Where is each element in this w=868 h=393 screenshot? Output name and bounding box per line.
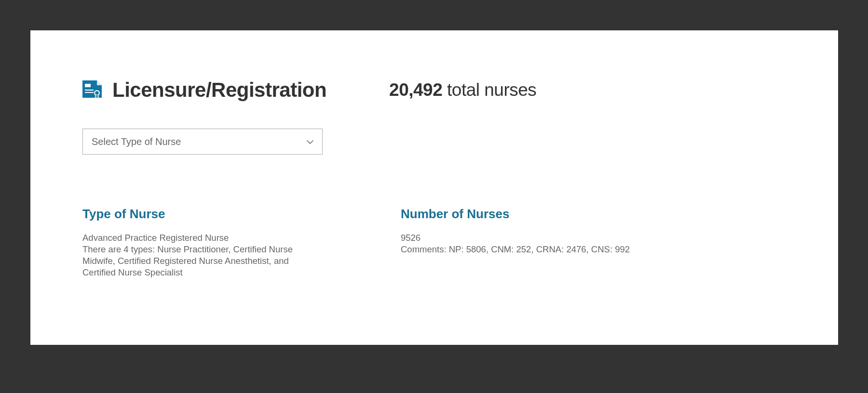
header-row: Licensure/Registration 20,492 total nurs… <box>82 79 786 102</box>
total-number: 20,492 <box>389 80 442 100</box>
select-placeholder: Select Type of Nurse <box>92 136 181 147</box>
number-body: 9526 Comments: NP: 5806, CNM: 252, CRNA:… <box>401 232 661 255</box>
svg-point-4 <box>95 91 99 95</box>
svg-rect-0 <box>85 84 91 87</box>
svg-rect-1 <box>85 90 94 91</box>
type-of-nurse-column: Type of Nurse Advanced Practice Register… <box>82 207 314 278</box>
number-of-nurses-column: Number of Nurses 9526 Comments: NP: 5806… <box>401 207 661 278</box>
content-card: Licensure/Registration 20,492 total nurs… <box>30 30 838 345</box>
detail-columns: Type of Nurse Advanced Practice Register… <box>82 207 786 278</box>
certificate-icon <box>82 80 102 100</box>
nurse-type-select[interactable]: Select Type of Nurse <box>82 129 323 155</box>
total-label: total nurses <box>442 80 536 100</box>
chevron-down-icon <box>307 137 313 146</box>
total-nurses: 20,492 total nurses <box>389 80 536 100</box>
type-description: There are 4 types: Nurse Practitioner, C… <box>82 244 314 278</box>
number-heading: Number of Nurses <box>401 207 661 222</box>
page-title: Licensure/Registration <box>112 79 326 102</box>
title-group: Licensure/Registration <box>82 79 326 102</box>
type-heading: Type of Nurse <box>82 207 314 222</box>
number-comments: Comments: NP: 5806, CNM: 252, CRNA: 2476… <box>401 244 661 255</box>
type-name: Advanced Practice Registered Nurse <box>82 232 314 244</box>
number-value: 9526 <box>401 232 661 244</box>
svg-rect-2 <box>85 92 94 93</box>
type-body: Advanced Practice Registered Nurse There… <box>82 232 314 278</box>
